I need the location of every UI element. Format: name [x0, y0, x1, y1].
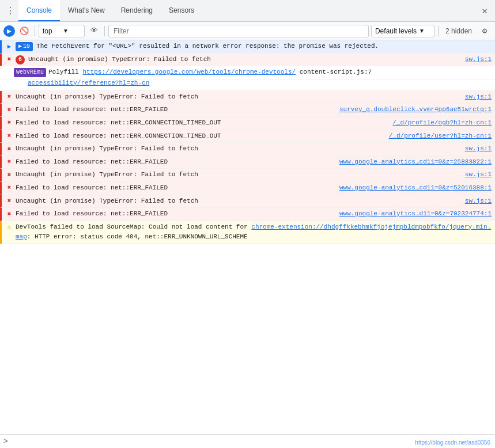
source-map-link[interactable]: chrome-extension://dhdgffkkebhmkfjojejmp…	[16, 223, 491, 241]
log-row: ✖ Failed to load resource: net::ERR_FAIL…	[0, 156, 495, 169]
log-message: Uncaught (in promise) TypeError: Failed …	[16, 170, 460, 180]
console-toolbar: ▶ 🚫 top ▼ 👁 Default levels ▼ 2 hidden ⚙	[0, 22, 495, 40]
log-row: ⚠ DevTools failed to load SourceMap: Cou…	[0, 221, 495, 244]
clear-console-button[interactable]: 🚫	[17, 24, 31, 38]
info-icon	[3, 68, 12, 76]
log-message: DevTools failed to load SourceMap: Could…	[16, 222, 492, 242]
levels-dropdown-icon: ▼	[419, 28, 425, 34]
log-message: Uncaught (in promise) TypeError: Failed …	[16, 196, 460, 207]
row-content: WebVREmu Polyfill https://developers.goo…	[14, 67, 492, 78]
error-icon: ✖	[5, 132, 13, 140]
row-content: Uncaught (in promise) TypeError: Failed …	[16, 144, 492, 154]
log-source[interactable]: sw.js:1	[465, 144, 492, 154]
log-row-continuation: accessibility/reference?hl=zh-cn	[0, 79, 495, 91]
webvr-tag: WebVREmu	[14, 68, 46, 77]
count-badge: 6	[16, 55, 25, 64]
log-message: Failed to load resource: net::ERR_FAILED	[16, 183, 335, 193]
error-icon: ✖	[5, 145, 13, 153]
error-icon: ✖	[5, 158, 13, 166]
log-source[interactable]: www.google-analytics…cd11=0&z=52016388:1	[339, 183, 492, 193]
row-content: Failed to load resource: net::ERR_CONNEC…	[16, 118, 492, 128]
levels-label: Default levels	[375, 27, 417, 35]
context-value: top	[43, 27, 61, 35]
link-accessibility[interactable]: accessibility/reference?hl=zh-cn	[28, 79, 149, 86]
warning-icon: ⚠	[5, 223, 13, 231]
log-row: ▶ ▶ 10 The FetchEvent for "<URL>" result…	[0, 40, 495, 54]
row-content: ▶ 10 The FetchEvent for "<URL>" resulted…	[16, 41, 492, 52]
toolbar-divider-3	[438, 26, 439, 36]
log-source[interactable]: /_d/profile/user?hl=zh-cn:1	[389, 131, 492, 142]
tab-sensors[interactable]: Sensors	[161, 0, 202, 21]
error-icon: ✖	[5, 184, 13, 192]
log-message: Failed to load resource: net::ERR_CONNEC…	[16, 118, 388, 128]
log-source[interactable]: sw.js:1	[465, 196, 492, 207]
hidden-count: 2 hidden	[442, 27, 475, 35]
log-row: ✖ Uncaught (in promise) TypeError: Faile…	[0, 195, 495, 208]
context-dropdown-icon: ▼	[63, 28, 81, 34]
row-content: DevTools failed to load SourceMap: Could…	[16, 222, 492, 242]
row-content: 6 Uncaught (in promise) TypeError: Faile…	[16, 55, 492, 65]
log-message: Uncaught (in promise) TypeError: Failed …	[16, 92, 460, 102]
log-row: WebVREmu Polyfill https://developers.goo…	[0, 66, 495, 79]
tab-rendering[interactable]: Rendering	[113, 0, 161, 21]
error-icon: ✖	[5, 55, 13, 63]
row-content: Failed to load resource: net::ERR_FAILED…	[16, 105, 492, 115]
log-message: Failed to load resource: net::ERR_FAILED	[16, 105, 335, 115]
error-icon: ✖	[5, 105, 13, 113]
log-message: Uncaught (in promise) TypeError: Failed …	[28, 55, 460, 65]
log-row: ✖ Failed to load resource: net::ERR_FAIL…	[0, 182, 495, 195]
log-source[interactable]: www.google-analytics…d11=0&z=702324774:1	[339, 209, 492, 219]
context-selector[interactable]: top ▼	[39, 25, 85, 37]
row-content: Uncaught (in promise) TypeError: Failed …	[16, 196, 492, 207]
row-content: Failed to load resource: net::ERR_FAILED…	[16, 183, 492, 193]
settings-gear-button[interactable]: ⚙	[478, 24, 492, 38]
log-source[interactable]: www.google-analytics…cd11=0&z=25883822:1	[339, 157, 492, 168]
log-message: Polyfill https://developers.google.com/w…	[48, 67, 492, 78]
error-icon: ✖	[5, 93, 13, 101]
log-source[interactable]: sw.js:1	[465, 92, 492, 102]
close-devtools-button[interactable]: ✕	[477, 3, 493, 19]
error-icon: ✖	[5, 210, 13, 218]
log-source[interactable]: /_d/profile/ogb?hl=zh-cn:1	[392, 118, 492, 128]
toolbar-divider	[35, 26, 35, 36]
filter-input[interactable]	[108, 25, 369, 37]
log-source[interactable]: survey_g.doubleclick…vvmr4pp6ae51wrctq:1	[339, 105, 492, 115]
row-content: Failed to load resource: net::ERR_FAILED…	[16, 157, 492, 168]
log-row: ✖ Uncaught (in promise) TypeError: Faile…	[0, 143, 495, 156]
log-row: ✖ Uncaught (in promise) TypeError: Faile…	[0, 169, 495, 182]
log-source[interactable]: sw.js:1	[465, 170, 492, 180]
log-row: ✖ Failed to load resource: net::ERR_CONN…	[0, 117, 495, 130]
link-devtools[interactable]: https://developers.google.com/web/tools/…	[82, 69, 296, 75]
row-content: Failed to load resource: net::ERR_CONNEC…	[16, 131, 492, 142]
log-row: ✖ Failed to load resource: net::ERR_FAIL…	[0, 208, 495, 221]
log-row: ✖ Uncaught (in promise) TypeError: Faile…	[0, 91, 495, 104]
count-badge: ▶ 10	[16, 42, 33, 51]
row-content: Uncaught (in promise) TypeError: Failed …	[16, 92, 492, 102]
source-ref: content-script.js:7	[300, 69, 372, 75]
log-message: Failed to load resource: net::ERR_CONNEC…	[16, 131, 384, 142]
error-icon: ✖	[5, 119, 13, 127]
toolbar-divider-2	[104, 26, 105, 36]
log-row: ✖ Failed to load resource: net::ERR_FAIL…	[0, 104, 495, 117]
log-message: The FetchEvent for "<URL>" resulted in a…	[36, 41, 492, 52]
log-row: ✖ Failed to load resource: net::ERR_CONN…	[0, 130, 495, 143]
tab-bar: ⋮ Console What's New Rendering Sensors ✕	[0, 0, 495, 22]
log-row: ✖ 6 Uncaught (in promise) TypeError: Fai…	[0, 54, 495, 67]
tab-console[interactable]: Console	[18, 0, 60, 21]
log-source[interactable]: sw.js:1	[465, 55, 492, 65]
error-icon: ✖	[5, 170, 13, 179]
row-content: Uncaught (in promise) TypeError: Failed …	[16, 170, 492, 180]
tab-whats-new[interactable]: What's New	[60, 0, 113, 21]
row-content: Failed to load resource: net::ERR_FAILED…	[16, 209, 492, 219]
more-tabs-icon[interactable]: ⋮	[2, 5, 18, 17]
error-icon: ✖	[5, 197, 13, 205]
log-message: Failed to load resource: net::ERR_FAILED	[16, 209, 335, 219]
console-output: ▶ ▶ 10 The FetchEvent for "<URL>" result…	[0, 40, 495, 434]
execute-button[interactable]: ▶	[3, 25, 15, 37]
levels-selector[interactable]: Default levels ▼	[371, 25, 434, 37]
eye-icon[interactable]: 👁	[87, 24, 101, 38]
console-prompt: >	[3, 437, 8, 446]
log-message: Uncaught (in promise) TypeError: Failed …	[16, 144, 460, 154]
watermark: https://blog.csdn.net/asd0356	[415, 439, 490, 446]
play-icon: ▶	[5, 42, 13, 50]
